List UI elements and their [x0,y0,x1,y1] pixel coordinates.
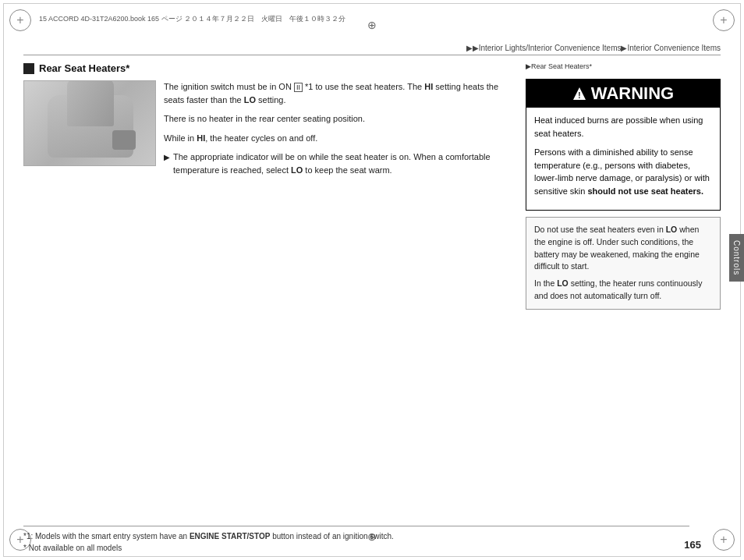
warning-para1: Heat induced burns are possible when usi… [534,114,712,140]
body-para3: While in HI, the heater cycles on and of… [164,132,506,145]
corner-tl [6,6,34,34]
corner-br [710,526,738,554]
file-info: 15 ACCORD 4D-31T2A6200.book 165 ページ ２０１４… [39,14,705,24]
page-number: 165 [684,539,701,551]
section-title: Rear Seat Heaters* [39,62,129,74]
body-para2: There is no heater in the rear center se… [164,112,506,126]
corner-circle-tr [713,9,735,31]
warning-box: ! WARNING Heat induced burns are possibl… [526,79,721,211]
corner-circle-tl [9,9,31,31]
right-column: ▶Rear Seat Heaters* ! WARNING Heat induc… [518,55,721,513]
corner-tr [710,6,738,34]
info-para2: In the LO setting, the heater runs conti… [534,278,712,303]
svg-text:!: ! [578,91,580,100]
seat-back [67,80,114,126]
seat-image [23,80,156,166]
bullet-text: The appropriate indicator will be on whi… [173,151,506,176]
top-header: 15 ACCORD 4D-31T2A6200.book 165 ページ ２０１４… [39,14,705,24]
footnote-1: *1: Models with the smart entry system h… [23,530,689,542]
info-para1: Do not use the seat heaters even in LO w… [534,224,712,273]
warning-body: Heat induced burns are possible when usi… [526,108,720,210]
warning-title: WARNING [591,83,674,104]
section-header: Rear Seat Heaters* [23,62,506,74]
corner-circle-br [713,529,735,551]
bullet-item-1: ▶ The appropriate indicator will be on w… [164,151,506,176]
seat-controls [112,130,136,150]
warning-header: ! WARNING [526,80,720,108]
roman-two-symbol: II [294,83,303,93]
warning-para2: Persons with a diminished ability to sen… [534,146,712,197]
warning-triangle-container: ! [572,87,586,101]
warning-triangle-icon: ! [572,87,586,101]
section-header-square [23,63,34,74]
nav-bar: ▶▶Interior Lights/Interior Convenience I… [23,44,721,55]
bullet-arrow: ▶ [164,151,170,176]
breadcrumb: ▶▶Interior Lights/Interior Convenience I… [466,44,721,52]
left-column: Rear Seat Heaters* The ignition switch m… [23,55,518,513]
footnote-2: * Not available on all models [23,542,689,554]
seat-image-inner [24,81,155,165]
left-body-text: The ignition switch must be in ON II *1 … [164,80,506,176]
info-box: Do not use the seat heaters even in LO w… [526,217,721,310]
main-content: Rear Seat Heaters* The ignition switch m… [23,55,721,513]
right-section-label: ▶Rear Seat Heaters* [526,62,721,70]
side-tab: Controls [729,234,744,282]
body-para1: The ignition switch must be in ON II *1 … [164,80,506,106]
left-body: The ignition switch must be in ON II *1 … [23,80,506,176]
footnote-area: *1: Models with the smart entry system h… [23,526,689,554]
